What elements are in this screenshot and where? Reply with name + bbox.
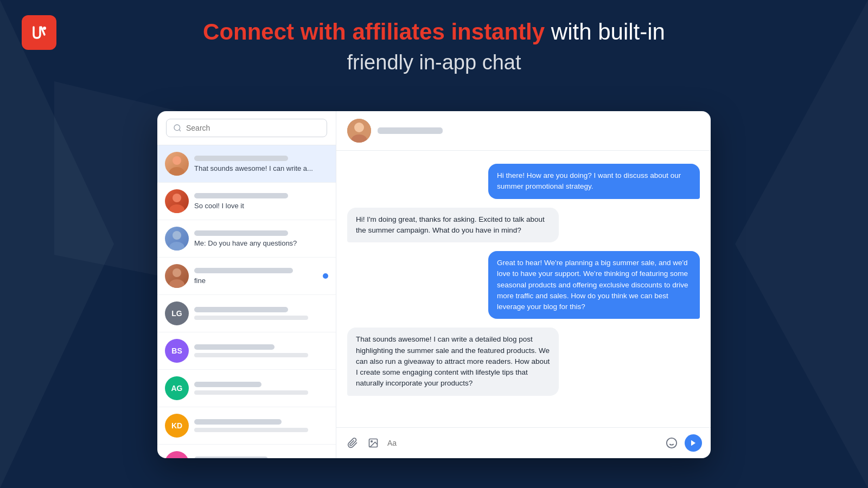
- avatar: [165, 264, 189, 288]
- person-avatar-svg: [165, 152, 189, 176]
- conv-preview: Me: Do you have any questions?: [194, 239, 328, 247]
- input-icons: [345, 435, 381, 451]
- chat-input-bar: [336, 427, 711, 458]
- conversation-item[interactable]: PW: [157, 445, 336, 458]
- conv-name-placeholder: [194, 307, 288, 312]
- conv-info: [194, 419, 328, 432]
- avatar: AG: [165, 376, 189, 400]
- svg-point-9: [173, 268, 181, 277]
- svg-point-6: [169, 204, 184, 213]
- header-rest-text: with built-in: [551, 19, 665, 44]
- avatar: [165, 227, 189, 251]
- conv-name-placeholder: [194, 419, 282, 425]
- conv-name-placeholder: [194, 230, 288, 236]
- conv-info: fine: [194, 268, 317, 285]
- conv-info: Me: Do you have any questions?: [194, 230, 328, 247]
- person-avatar-svg: [165, 227, 189, 251]
- svg-point-3: [173, 156, 181, 165]
- conversation-list: That sounds awesome! I can write a... So…: [157, 145, 336, 458]
- right-icons: [664, 434, 702, 452]
- message-bubble: Hi there! How are you doing? I want to d…: [488, 164, 700, 199]
- conv-preview-placeholder: [194, 353, 308, 357]
- message-row: Hi! I'm doing great, thanks for asking. …: [347, 208, 700, 243]
- unread-indicator: [323, 273, 328, 279]
- conversation-sidebar: That sounds awesome! I can write a... So…: [157, 111, 336, 458]
- message-bubble: Hi! I'm doing great, thanks for asking. …: [347, 208, 559, 243]
- conv-info: [194, 457, 328, 458]
- conv-name-placeholder: [194, 344, 275, 350]
- conv-info: [194, 344, 328, 357]
- header-accent-text: Connect with affiliates instantly: [203, 19, 545, 44]
- conv-info: [194, 307, 328, 320]
- conversation-item[interactable]: KD: [157, 407, 336, 445]
- conversation-item[interactable]: BS: [157, 332, 336, 370]
- message-list: Hi there! How are you doing? I want to d…: [336, 151, 711, 427]
- conv-info: That sounds awesome! I can write a...: [194, 156, 328, 172]
- avatar: BS: [165, 339, 189, 363]
- conversation-item[interactable]: fine: [157, 258, 336, 295]
- svg-marker-19: [691, 440, 695, 446]
- chat-text-input[interactable]: [387, 439, 658, 447]
- conv-preview-placeholder: [194, 428, 308, 432]
- message-row: Hi there! How are you doing? I want to d…: [347, 164, 700, 199]
- avatar: [165, 189, 189, 213]
- svg-point-5: [173, 194, 181, 202]
- svg-point-7: [173, 231, 181, 240]
- avatar: KD: [165, 414, 189, 438]
- message-bubble: That sounds awesome! I can write a detai…: [347, 328, 559, 395]
- image-button[interactable]: [366, 435, 381, 451]
- conv-preview: So cool! I love it: [194, 202, 328, 210]
- message-row: Great to hear! We're planning a big summ…: [347, 251, 700, 319]
- avatar: PW: [165, 451, 189, 458]
- conv-name-placeholder: [194, 156, 288, 161]
- attach-button[interactable]: [345, 435, 360, 451]
- chat-recipient-avatar: [347, 119, 371, 143]
- conversation-item[interactable]: LG: [157, 295, 336, 332]
- avatar: LG: [165, 301, 189, 325]
- conversation-item[interactable]: That sounds awesome! I can write a...: [157, 145, 336, 183]
- search-area: [157, 111, 336, 145]
- conv-name-placeholder: [194, 193, 288, 198]
- emoji-button[interactable]: [664, 435, 679, 451]
- emoji-icon: [666, 437, 678, 449]
- person-avatar-svg: [165, 189, 189, 213]
- svg-point-15: [371, 441, 373, 442]
- search-input[interactable]: [186, 124, 320, 132]
- message-row: That sounds awesome! I can write a detai…: [347, 328, 700, 395]
- header-line1: Connect with affiliates instantly with b…: [0, 16, 868, 48]
- conv-name-placeholder: [194, 457, 268, 458]
- chat-ui-container: That sounds awesome! I can write a... So…: [157, 111, 711, 458]
- conv-preview: That sounds awesome! I can write a...: [194, 164, 328, 172]
- svg-point-16: [667, 438, 676, 448]
- avatar: [165, 152, 189, 176]
- svg-point-10: [169, 279, 184, 288]
- svg-point-4: [169, 167, 184, 176]
- chat-header: [336, 111, 711, 151]
- svg-line-2: [179, 130, 181, 131]
- conversation-item[interactable]: So cool! I love it: [157, 183, 336, 220]
- send-button[interactable]: [685, 434, 702, 452]
- conversation-item[interactable]: AG: [157, 370, 336, 407]
- send-icon: [690, 439, 697, 447]
- person-avatar-svg: [165, 264, 189, 288]
- conv-preview: fine: [194, 277, 317, 285]
- svg-point-1: [174, 125, 180, 131]
- chat-panel: Hi there! How are you doing? I want to d…: [336, 111, 711, 458]
- conv-info: So cool! I love it: [194, 193, 328, 210]
- conv-preview-placeholder: [194, 316, 308, 320]
- conv-name-placeholder: [194, 268, 293, 273]
- svg-point-8: [169, 242, 184, 251]
- svg-point-12: [354, 123, 364, 132]
- conversation-item[interactable]: Me: Do you have any questions?: [157, 220, 336, 258]
- conv-name-placeholder: [194, 382, 261, 387]
- search-icon: [173, 124, 182, 132]
- chat-header-avatar-svg: [347, 119, 371, 143]
- chat-recipient-name: [378, 127, 443, 134]
- image-icon: [368, 438, 379, 448]
- search-input-wrap[interactable]: [166, 119, 327, 137]
- conv-preview-placeholder: [194, 390, 308, 395]
- attach-icon: [347, 438, 358, 448]
- message-bubble: Great to hear! We're planning a big summ…: [488, 251, 700, 319]
- conv-info: [194, 382, 328, 395]
- header-line2: friendly in-app chat: [0, 48, 868, 77]
